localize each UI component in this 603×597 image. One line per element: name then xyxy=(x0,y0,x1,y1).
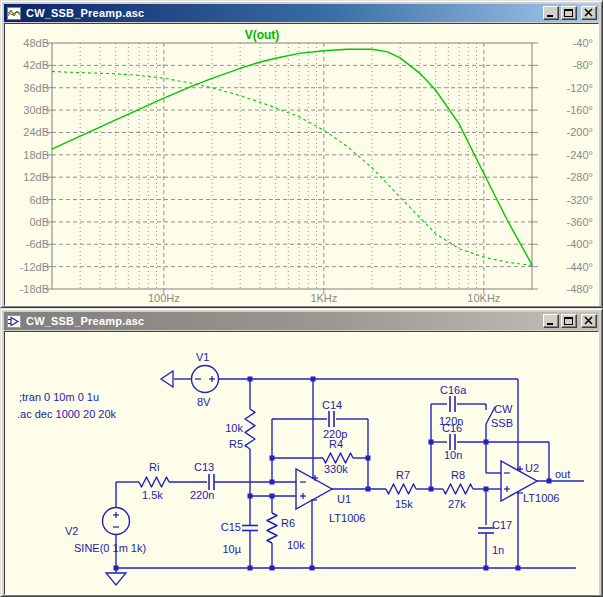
junction-dot xyxy=(270,494,275,499)
value-C16: 10n xyxy=(444,449,462,461)
x-axis-label: 1KHz xyxy=(310,292,337,304)
schematic-titlebar[interactable]: CW_SSB_Preamp.asc xyxy=(4,312,599,330)
y-axis-label-phase: -40° xyxy=(573,37,593,49)
value-R4: 330k xyxy=(324,463,348,475)
ground-symbol xyxy=(106,573,126,585)
junction-dot xyxy=(310,566,315,571)
junction-dot xyxy=(248,566,253,571)
junction-dot xyxy=(484,440,489,445)
label-out: out xyxy=(555,468,570,480)
window-title: CW_SSB_Preamp.asc xyxy=(26,315,543,327)
x-axis-label: 10KHz xyxy=(467,292,500,304)
value-V2: SINE(0 1m 1k) xyxy=(74,542,146,554)
label-R4: R4 xyxy=(329,438,343,450)
junction-dot xyxy=(311,377,316,382)
y-axis-label-db: 30dB xyxy=(23,104,49,116)
waveform-icon xyxy=(6,6,22,20)
y-axis-label-db: -12dB xyxy=(20,261,49,273)
junction-dot xyxy=(114,566,119,571)
y-axis-label-phase: -360° xyxy=(567,216,593,228)
resistor-Ri xyxy=(139,477,169,487)
value-Ri: 1.5k xyxy=(142,489,163,501)
label-C15: C15 xyxy=(221,521,241,533)
value-C13: 220n xyxy=(190,489,214,501)
waveform-titlebar[interactable]: CW_SSB_Preamp.asc xyxy=(4,4,599,22)
resistor-R7 xyxy=(386,484,416,494)
schematic-pane[interactable]: V18VV2SINE(0 1m 1k)Ri1.5kC13220n10kR5C14… xyxy=(4,331,599,595)
resistor-R5 xyxy=(245,409,255,449)
schematic-window: CW_SSB_Preamp.asc V18VV2SINE(0 1m 1k)Ri1… xyxy=(0,308,603,597)
y-axis-label-db: -18dB xyxy=(20,283,49,295)
y-axis-label-db: 48dB xyxy=(23,37,49,49)
y-axis-label-db: 18dB xyxy=(23,149,49,161)
ground-symbol xyxy=(161,371,173,387)
label-U2: U2 xyxy=(525,462,539,474)
junction-dot xyxy=(484,566,489,571)
label-R5: R5 xyxy=(229,438,243,450)
waveform-pane[interactable]: 48dB-40°42dB-80°36dB-120°30dB-160°24dB-2… xyxy=(4,23,599,306)
value-V1: 8V xyxy=(197,396,211,408)
y-axis-label-phase: -80° xyxy=(573,59,593,71)
y-axis-label-db: 42dB xyxy=(23,59,49,71)
label-switch-ssb: SSB xyxy=(491,417,513,429)
y-axis-label-phase: -200° xyxy=(567,126,593,138)
resistor-R4 xyxy=(323,453,353,463)
label-C16: C16 xyxy=(442,422,462,434)
value-U1: LT1006 xyxy=(329,512,366,524)
label-R7: R7 xyxy=(396,469,410,481)
junction-dot xyxy=(366,487,371,492)
source-V2 xyxy=(103,508,130,535)
label-C14: C14 xyxy=(322,399,342,411)
close-button[interactable] xyxy=(581,314,597,328)
label-Ri: Ri xyxy=(149,461,159,473)
y-axis-label-db: 6dB xyxy=(29,194,49,206)
y-axis-label-db: -6dB xyxy=(26,238,49,250)
minimize-button[interactable] xyxy=(543,6,559,20)
close-button[interactable] xyxy=(581,6,597,20)
ltspice-screen: CW_SSB_Preamp.asc 48dB-40°42dB-80°36dB-1… xyxy=(0,0,603,597)
y-axis-label-db: 36dB xyxy=(23,82,49,94)
junction-dot xyxy=(429,487,434,492)
y-axis-label-phase: -160° xyxy=(567,104,593,116)
resistor-R8 xyxy=(443,484,473,494)
waveform-window: CW_SSB_Preamp.asc 48dB-40°42dB-80°36dB-1… xyxy=(0,0,603,308)
value-R7: 15k xyxy=(395,498,413,510)
spice-directive-tran: ;tran 0 10m 0 1u xyxy=(19,391,99,403)
junction-dot xyxy=(429,440,434,445)
magnitude-trace xyxy=(52,49,532,264)
junction-dot xyxy=(516,566,521,571)
label-R8: R8 xyxy=(451,469,465,481)
junction-dot xyxy=(248,377,253,382)
y-axis-label-phase: -440° xyxy=(567,261,593,273)
y-axis-label-phase: -480° xyxy=(567,283,593,295)
value-C17: 1n xyxy=(492,544,504,556)
value-U2: LT1006 xyxy=(523,492,560,504)
window-title: CW_SSB_Preamp.asc xyxy=(26,7,543,19)
label-R6: R6 xyxy=(281,517,295,529)
junction-dot xyxy=(270,480,275,485)
value-C15: 10µ xyxy=(222,543,241,555)
label-C16a: C16a xyxy=(440,384,467,396)
y-axis-label-phase: -240° xyxy=(567,149,593,161)
minimize-button[interactable] xyxy=(543,314,559,328)
maximize-button[interactable] xyxy=(561,314,577,328)
plot-title: V(out) xyxy=(245,28,280,42)
junction-dot xyxy=(270,566,275,571)
schematic-drawing: V18VV2SINE(0 1m 1k)Ri1.5kC13220n10kR5C14… xyxy=(5,332,598,593)
plot-border xyxy=(52,43,532,289)
y-axis-label-db: 12dB xyxy=(23,171,49,183)
junction-dot xyxy=(248,494,253,499)
spice-directive-ac: .ac dec 1000 20 20k xyxy=(17,408,117,420)
junction-dot xyxy=(366,456,371,461)
resistor-R6 xyxy=(267,513,277,543)
label-C13: C13 xyxy=(194,461,214,473)
maximize-button[interactable] xyxy=(561,6,577,20)
y-axis-label-db: 0dB xyxy=(29,216,49,228)
value-R5: 10k xyxy=(225,422,243,434)
opamp-icon xyxy=(6,314,22,328)
y-axis-label-phase: -320° xyxy=(567,194,593,206)
y-axis-label-phase: -280° xyxy=(567,171,593,183)
junction-dot xyxy=(270,456,275,461)
label-V1: V1 xyxy=(196,351,209,363)
junction-dot xyxy=(484,487,489,492)
